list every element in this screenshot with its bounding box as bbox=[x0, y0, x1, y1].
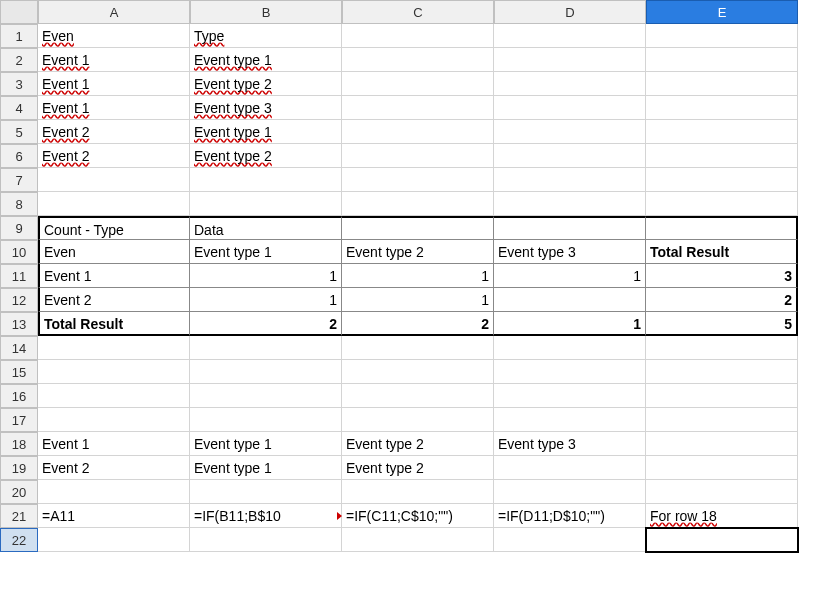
cell-D20[interactable] bbox=[494, 480, 646, 504]
cell-D18[interactable]: Event type 3 bbox=[494, 432, 646, 456]
cell-A1[interactable]: Even bbox=[38, 24, 190, 48]
cell-B15[interactable] bbox=[190, 360, 342, 384]
cell-E11[interactable]: 3 bbox=[646, 264, 798, 288]
cell-A14[interactable] bbox=[38, 336, 190, 360]
cell-C10[interactable]: Event type 2 bbox=[342, 240, 494, 264]
cell-C3[interactable] bbox=[342, 72, 494, 96]
cell-C6[interactable] bbox=[342, 144, 494, 168]
cell-C1[interactable] bbox=[342, 24, 494, 48]
cell-A2[interactable]: Event 1 bbox=[38, 48, 190, 72]
cell-A11[interactable]: Event 1 bbox=[38, 264, 190, 288]
cell-D8[interactable] bbox=[494, 192, 646, 216]
cell-B2[interactable]: Event type 1 bbox=[190, 48, 342, 72]
row-header-4[interactable]: 4 bbox=[0, 96, 38, 120]
cell-A6[interactable]: Event 2 bbox=[38, 144, 190, 168]
cell-D12[interactable] bbox=[494, 288, 646, 312]
cell-D9[interactable] bbox=[494, 216, 646, 240]
row-header-6[interactable]: 6 bbox=[0, 144, 38, 168]
cell-C20[interactable] bbox=[342, 480, 494, 504]
row-header-5[interactable]: 5 bbox=[0, 120, 38, 144]
cell-E2[interactable] bbox=[646, 48, 798, 72]
cell-D13[interactable]: 1 bbox=[494, 312, 646, 336]
cell-A12[interactable]: Event 2 bbox=[38, 288, 190, 312]
cell-E12[interactable]: 2 bbox=[646, 288, 798, 312]
cell-E10[interactable]: Total Result bbox=[646, 240, 798, 264]
cell-B16[interactable] bbox=[190, 384, 342, 408]
cell-D1[interactable] bbox=[494, 24, 646, 48]
cell-E22[interactable] bbox=[646, 528, 798, 552]
cell-A10[interactable]: Even bbox=[38, 240, 190, 264]
row-header-9[interactable]: 9 bbox=[0, 216, 38, 240]
row-header-13[interactable]: 13 bbox=[0, 312, 38, 336]
cell-A19[interactable]: Event 2 bbox=[38, 456, 190, 480]
cell-A4[interactable]: Event 1 bbox=[38, 96, 190, 120]
cell-C7[interactable] bbox=[342, 168, 494, 192]
cell-B10[interactable]: Event type 1 bbox=[190, 240, 342, 264]
cell-A15[interactable] bbox=[38, 360, 190, 384]
row-header-14[interactable]: 14 bbox=[0, 336, 38, 360]
cell-D2[interactable] bbox=[494, 48, 646, 72]
cell-E18[interactable] bbox=[646, 432, 798, 456]
cell-B3[interactable]: Event type 2 bbox=[190, 72, 342, 96]
cell-B1[interactable]: Type bbox=[190, 24, 342, 48]
cell-B20[interactable] bbox=[190, 480, 342, 504]
cell-E19[interactable] bbox=[646, 456, 798, 480]
cell-D16[interactable] bbox=[494, 384, 646, 408]
cell-C9[interactable] bbox=[342, 216, 494, 240]
col-header-D[interactable]: D bbox=[494, 0, 646, 24]
col-header-C[interactable]: C bbox=[342, 0, 494, 24]
cell-C15[interactable] bbox=[342, 360, 494, 384]
cell-C16[interactable] bbox=[342, 384, 494, 408]
cell-A3[interactable]: Event 1 bbox=[38, 72, 190, 96]
cell-A21[interactable]: =A11 bbox=[38, 504, 190, 528]
row-header-20[interactable]: 20 bbox=[0, 480, 38, 504]
row-header-15[interactable]: 15 bbox=[0, 360, 38, 384]
row-header-1[interactable]: 1 bbox=[0, 24, 38, 48]
cell-B7[interactable] bbox=[190, 168, 342, 192]
cell-B5[interactable]: Event type 1 bbox=[190, 120, 342, 144]
cell-A18[interactable]: Event 1 bbox=[38, 432, 190, 456]
cell-E16[interactable] bbox=[646, 384, 798, 408]
cell-A5[interactable]: Event 2 bbox=[38, 120, 190, 144]
cell-C11[interactable]: 1 bbox=[342, 264, 494, 288]
row-header-10[interactable]: 10 bbox=[0, 240, 38, 264]
cell-D6[interactable] bbox=[494, 144, 646, 168]
cell-E6[interactable] bbox=[646, 144, 798, 168]
cell-D22[interactable] bbox=[494, 528, 646, 552]
cell-C19[interactable]: Event type 2 bbox=[342, 456, 494, 480]
cell-E20[interactable] bbox=[646, 480, 798, 504]
cell-C18[interactable]: Event type 2 bbox=[342, 432, 494, 456]
cell-D4[interactable] bbox=[494, 96, 646, 120]
row-header-16[interactable]: 16 bbox=[0, 384, 38, 408]
cell-E4[interactable] bbox=[646, 96, 798, 120]
cell-A7[interactable] bbox=[38, 168, 190, 192]
cell-D11[interactable]: 1 bbox=[494, 264, 646, 288]
cell-B4[interactable]: Event type 3 bbox=[190, 96, 342, 120]
cell-E21[interactable]: For row 18 bbox=[646, 504, 798, 528]
cell-D15[interactable] bbox=[494, 360, 646, 384]
row-header-8[interactable]: 8 bbox=[0, 192, 38, 216]
cell-D10[interactable]: Event type 3 bbox=[494, 240, 646, 264]
cell-E15[interactable] bbox=[646, 360, 798, 384]
cell-B11[interactable]: 1 bbox=[190, 264, 342, 288]
row-header-2[interactable]: 2 bbox=[0, 48, 38, 72]
row-header-19[interactable]: 19 bbox=[0, 456, 38, 480]
cell-B6[interactable]: Event type 2 bbox=[190, 144, 342, 168]
cell-C4[interactable] bbox=[342, 96, 494, 120]
cell-E13[interactable]: 5 bbox=[646, 312, 798, 336]
cell-C21[interactable]: =IF(C11;C$10;"") bbox=[342, 504, 494, 528]
cell-A17[interactable] bbox=[38, 408, 190, 432]
cell-D3[interactable] bbox=[494, 72, 646, 96]
cell-D14[interactable] bbox=[494, 336, 646, 360]
cell-B9[interactable]: Data bbox=[190, 216, 342, 240]
cell-B19[interactable]: Event type 1 bbox=[190, 456, 342, 480]
col-header-E[interactable]: E bbox=[646, 0, 798, 24]
cell-C13[interactable]: 2 bbox=[342, 312, 494, 336]
cell-B18[interactable]: Event type 1 bbox=[190, 432, 342, 456]
cell-B14[interactable] bbox=[190, 336, 342, 360]
cell-B22[interactable] bbox=[190, 528, 342, 552]
cell-B17[interactable] bbox=[190, 408, 342, 432]
cell-A22[interactable] bbox=[38, 528, 190, 552]
row-header-3[interactable]: 3 bbox=[0, 72, 38, 96]
cell-D17[interactable] bbox=[494, 408, 646, 432]
